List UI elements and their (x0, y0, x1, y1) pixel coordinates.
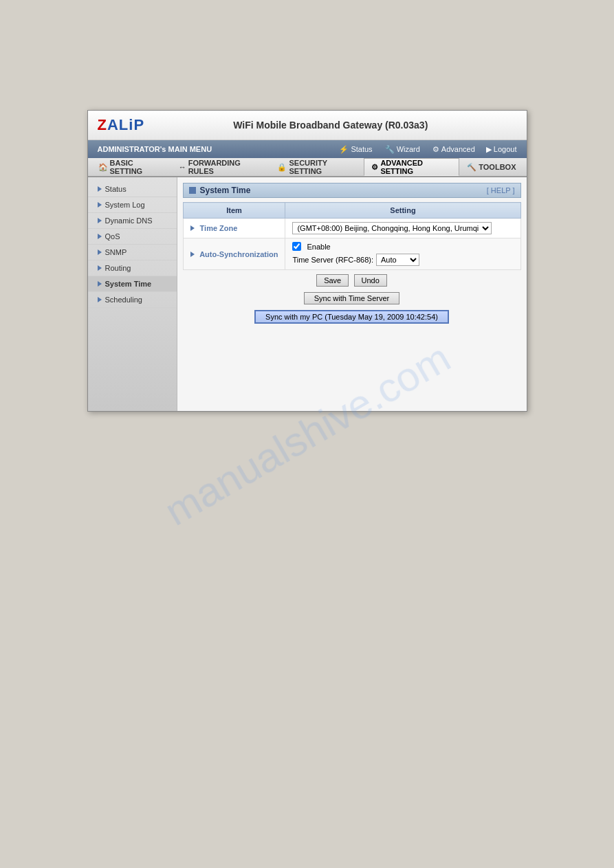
help-link[interactable]: [ HELP ] (487, 186, 515, 194)
enable-row: Enable (292, 242, 513, 251)
sidebar-item-dynamic-dns[interactable]: Dynamic DNS (88, 213, 177, 229)
nav1-advanced-label: Advanced (441, 145, 475, 153)
nav1-status[interactable]: ⚡ Status (333, 144, 377, 155)
time-server-row: Time Server (RFC-868): AutoManual (292, 254, 513, 266)
timezone-select[interactable]: (GMT+08:00) Beijing, Chongqing, Hong Kon… (292, 222, 492, 234)
sidebar-item-system-time[interactable]: System Time (88, 276, 177, 292)
nav-bar1: ADMINISTRATOR's MAIN MENU ⚡ Status 🔧 Wiz… (88, 140, 527, 158)
advanced-nav-icon: ⚙ (432, 145, 439, 154)
timezone-setting: (GMT+08:00) Beijing, Chongqing, Hong Kon… (285, 219, 520, 238)
browser-window: ZALiP WiFi Mobile Broadband Gateway (R0.… (87, 110, 527, 412)
sync-server-row: Sync with Time Server (183, 289, 521, 307)
nav2-forwarding-rules[interactable]: ↔ FORWARDING RULES (171, 158, 270, 176)
wizard-nav-icon: 🔧 (385, 145, 395, 154)
security-setting-icon: 🔒 (277, 163, 287, 172)
table-row-auto-sync: Auto-Synchronization Enable Time Server … (183, 238, 520, 270)
sync-server-button[interactable]: Sync with Time Server (304, 292, 399, 304)
section-title: System Time (200, 186, 251, 195)
nav2-security-setting[interactable]: 🔒 SECURITY SETTING (270, 158, 364, 176)
section-header: System Time [ HELP ] (183, 183, 521, 198)
nav1-wizard[interactable]: 🔧 Wizard (380, 144, 426, 155)
time-server-select[interactable]: AutoManual (376, 254, 419, 266)
logo: ZALiP (98, 116, 145, 134)
sync-pc-button[interactable]: Sync with my PC (Tuesday May 19, 2009 10… (254, 310, 449, 324)
nav2-toolbox[interactable]: 🔨 TOOLBOX (459, 158, 523, 176)
nav2-advanced-label: ADVANCED SETTING (380, 159, 452, 175)
sidebar-snmp-label: SNMP (105, 248, 127, 256)
admin-menu-label: ADMINISTRATOR's MAIN MENU (92, 145, 334, 153)
bullet-system-log (98, 202, 102, 208)
bullet-snmp (98, 249, 102, 255)
nav2-basic-setting[interactable]: 🏠 BASIC SETTING (91, 158, 171, 176)
nav2-forward-label: FORWARDING RULES (188, 159, 263, 175)
bullet-scheduling (98, 297, 102, 302)
nav2-advanced-setting[interactable]: ⚙ ADVANCED SETTING (364, 158, 459, 176)
sidebar: Status System Log Dynamic DNS QoS SNMP R… (88, 177, 177, 411)
status-nav-icon: ⚡ (339, 145, 349, 154)
forwarding-rules-icon: ↔ (179, 163, 186, 171)
basic-setting-icon: 🏠 (98, 163, 108, 172)
enable-checkbox[interactable] (292, 242, 301, 251)
sidebar-item-system-log[interactable]: System Log (88, 197, 177, 213)
time-server-label: Time Server (RFC-868): (292, 256, 373, 264)
sidebar-system-time-label: System Time (105, 280, 152, 288)
sidebar-system-log-label: System Log (105, 201, 145, 209)
sidebar-qos-label: QoS (105, 232, 120, 241)
col-item: Item (183, 203, 285, 219)
sync-pc-row: Sync with my PC (Tuesday May 19, 2009 10… (183, 307, 521, 326)
toolbox-icon: 🔨 (467, 163, 476, 172)
settings-table: Item Setting Time Zone (GMT+08:00) Beiji… (183, 202, 521, 270)
advanced-setting-icon: ⚙ (371, 163, 378, 172)
section-icon (189, 187, 196, 194)
section-title-row: System Time (189, 186, 251, 195)
nav1-status-label: Status (351, 145, 372, 153)
sidebar-item-scheduling[interactable]: Scheduling (88, 292, 177, 308)
sidebar-scheduling-label: Scheduling (105, 296, 142, 304)
table-row-timezone: Time Zone (GMT+08:00) Beijing, Chongqing… (183, 219, 520, 238)
nav2-security-label: SECURITY SETTING (289, 159, 356, 175)
logo-alip: ALiP (107, 116, 144, 133)
enable-label: Enable (307, 243, 330, 251)
bullet-auto-sync (190, 252, 195, 257)
auto-sync-setting: Enable Time Server (RFC-868): AutoManual (285, 238, 520, 270)
button-row: Save Undo (183, 270, 521, 289)
timezone-label: Time Zone (183, 219, 285, 238)
undo-button[interactable]: Undo (354, 274, 387, 287)
save-button[interactable]: Save (316, 274, 349, 287)
sidebar-dynamic-dns-label: Dynamic DNS (105, 216, 153, 225)
sidebar-item-status[interactable]: Status (88, 181, 177, 197)
sidebar-item-routing[interactable]: Routing (88, 260, 177, 276)
logo-z: Z (98, 116, 107, 133)
nav2-toolbox-label: TOOLBOX (479, 163, 516, 171)
bullet-qos (98, 234, 102, 239)
sidebar-item-qos[interactable]: QoS (88, 229, 177, 245)
sidebar-item-snmp[interactable]: SNMP (88, 245, 177, 260)
nav1-items: ⚡ Status 🔧 Wizard ⚙ Advanced (333, 144, 480, 155)
bullet-system-time (98, 281, 102, 287)
nav1-advanced[interactable]: ⚙ Advanced (427, 144, 481, 155)
bullet-routing (98, 265, 102, 271)
header-title: WiFi Mobile Broadband Gateway (R0.03a3) (144, 120, 516, 131)
bullet-timezone (190, 225, 195, 231)
nav2-basic-label: BASIC SETTING (110, 159, 164, 175)
sidebar-routing-label: Routing (105, 264, 131, 272)
auto-sync-label: Auto-Synchronization (183, 238, 285, 270)
nav1-wizard-label: Wizard (397, 145, 420, 153)
col-setting: Setting (285, 203, 520, 219)
bullet-dynamic-dns (98, 218, 102, 223)
sidebar-status-label: Status (105, 185, 127, 193)
nav-bar2: 🏠 BASIC SETTING ↔ FORWARDING RULES 🔒 SEC… (88, 158, 527, 177)
bullet-status (98, 186, 102, 192)
logout-button[interactable]: ▶ Logout (481, 144, 523, 155)
header-bar: ZALiP WiFi Mobile Broadband Gateway (R0.… (88, 111, 527, 140)
main-area: Status System Log Dynamic DNS QoS SNMP R… (88, 177, 527, 411)
content-pane: System Time [ HELP ] Item Setting (177, 177, 527, 411)
